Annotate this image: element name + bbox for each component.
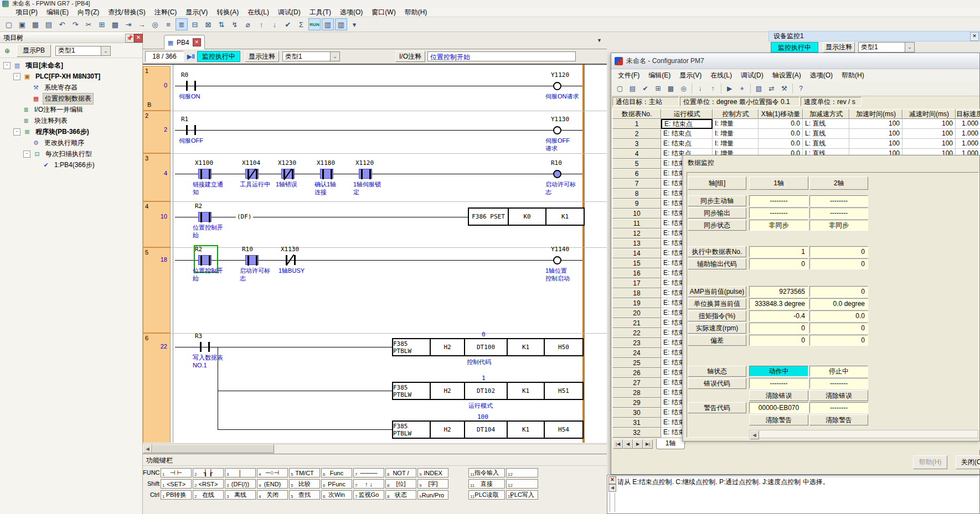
table-cell[interactable]: L: 直线 [803, 119, 849, 129]
function-key[interactable]: 查找5 [289, 490, 320, 500]
table-row-number[interactable]: 14 [612, 248, 661, 258]
status-monitor-icon[interactable]: ▥ [322, 18, 334, 30]
table-cell[interactable]: 100 [902, 119, 956, 129]
menu-item-W[interactable]: 窗口(W) [367, 7, 400, 18]
axis-nav-button[interactable]: |◀ [613, 439, 623, 449]
run-mode-icon[interactable]: RUN [308, 18, 321, 30]
table-row-number[interactable]: 28 [612, 388, 661, 398]
ladder-diagram[interactable]: 10BR0伺服ONY1120伺服ON请求22R1伺服OFFY1130伺服OFF … [143, 64, 607, 443]
axis-tab[interactable]: 1轴 [656, 439, 685, 449]
expand-collapse-icon[interactable]: - [3, 62, 11, 69]
ladder-hscrollbar[interactable]: ◀ [143, 444, 607, 453]
save-icon[interactable]: ▦ [29, 18, 42, 30]
expand-collapse-icon[interactable]: - [13, 128, 20, 136]
find-icon[interactable]: ◎ [149, 18, 161, 30]
cfg-download-icon[interactable]: ↓ [694, 83, 706, 95]
tree-item-label[interactable]: I/O注释一并编辑 [33, 105, 85, 115]
tree-item-label[interactable]: 位置控制数据表 [43, 93, 94, 105]
cut-icon[interactable]: ✂ [82, 18, 95, 30]
menu-item-V[interactable]: 显示(V) [181, 7, 212, 18]
menu-item-S[interactable]: 查找/替换(S) [104, 7, 149, 18]
table-cell[interactable]: I: 增量 [713, 139, 759, 149]
cfg-help-icon[interactable]: ? [795, 83, 807, 95]
function-key[interactable]: <RST>2 [193, 479, 224, 489]
menu-item-D[interactable]: 调试(D) [274, 7, 305, 18]
function-key[interactable]: ┧ ┟2 [193, 468, 224, 477]
function-key[interactable]: 状态8 [385, 490, 416, 500]
cfg-menu-item[interactable]: 帮助(H) [837, 70, 869, 81]
instruction-box[interactable]: F385 PTBLWH2DT100K1H50 [392, 338, 584, 356]
table-cell[interactable]: 100 [849, 119, 902, 129]
table-cell[interactable]: 100 [849, 139, 902, 149]
table-cell[interactable]: I: 增量 [713, 119, 759, 129]
contact-R2[interactable] [198, 255, 212, 265]
function-key[interactable]: 关闭4 [257, 490, 288, 500]
open-icon[interactable]: ▣ [16, 18, 28, 30]
table-row-number[interactable]: 20 [612, 308, 661, 318]
table-row-number[interactable]: 27 [612, 378, 661, 388]
contact-X1230[interactable] [281, 169, 295, 179]
message-prev-icon[interactable]: ◀ [608, 484, 616, 492]
function-key[interactable]: ↑ ↓7 [353, 479, 384, 489]
table-cell[interactable]: 0.0 [759, 129, 803, 139]
function-key[interactable]: 在线2 [193, 490, 224, 500]
cfg-menu-item[interactable]: 显示(V) [675, 70, 706, 81]
cfg-upload-icon[interactable]: ↑ [707, 83, 719, 95]
function-key[interactable]: [字]9 [417, 479, 448, 489]
monitor-run-pause-icon[interactable]: ▶‖ [186, 51, 196, 61]
table-cell[interactable]: I: 增量 [713, 129, 759, 139]
menu-item-Z[interactable]: 向导(Z) [73, 7, 104, 18]
function-key[interactable]: PLC读取11 [468, 490, 505, 500]
function-key[interactable]: │3 [225, 468, 256, 477]
function-key[interactable]: ⊣ ⊢1 [161, 468, 192, 477]
table-cell[interactable]: 1.000 [956, 129, 980, 139]
menu-item-C[interactable]: 注释(C) [150, 7, 182, 18]
cfg-position-icon[interactable]: ⌖ [736, 83, 748, 95]
tabbar-dropdown-icon[interactable]: ▼ [597, 38, 602, 43]
function-key[interactable]: PFunc6 [321, 479, 352, 489]
tree-item[interactable]: -⊡每次扫描执行型 [0, 148, 142, 159]
function-key[interactable]: [位]8 [385, 479, 416, 489]
tree-close-icon[interactable]: ✕ [134, 34, 143, 43]
menu-item-H[interactable]: 帮助(H) [400, 7, 432, 18]
upload-icon[interactable]: ↑ [255, 18, 267, 30]
cfg-data-edit-icon[interactable]: ▧ [753, 83, 765, 95]
offline-icon[interactable]: ⌀ [242, 18, 254, 30]
function-key[interactable]: 12 [506, 468, 538, 477]
table-cell[interactable]: 100 [902, 129, 956, 139]
tree-item-label[interactable]: 项目[未命名] [24, 60, 65, 71]
menu-item-O[interactable]: 选项(O) [336, 7, 367, 18]
function-key[interactable]: (END)4 [257, 479, 288, 489]
function-key[interactable]: 离线3 [225, 490, 256, 500]
function-key[interactable]: INDEX9 [417, 468, 448, 477]
cfg-tool-icon[interactable]: ⚒ [778, 83, 790, 95]
tab-pb4[interactable]: ▦ PB4 ✕ [164, 35, 205, 49]
pin-icon[interactable]: 📌 [125, 34, 134, 43]
table-cell[interactable]: 1.000 [956, 139, 980, 149]
chevron-down-icon[interactable]: ⌄ [905, 43, 914, 52]
df-instruction[interactable]: (DF) [236, 213, 253, 220]
cfg-monitor-icon[interactable]: ▶ [724, 83, 735, 95]
table-cell[interactable]: 1.000 [956, 119, 980, 129]
coil-R10[interactable] [553, 170, 561, 178]
expand-collapse-icon[interactable]: - [23, 150, 30, 158]
table-row-number[interactable]: 1 [612, 119, 661, 129]
axis-nav-button[interactable]: ▶ [633, 439, 643, 449]
function-key[interactable]: TM/CT5 [289, 468, 320, 477]
menu-item-T[interactable]: 工具(T) [305, 7, 336, 18]
table-row-number[interactable]: 23 [612, 338, 661, 348]
chevron-down-icon[interactable]: ⌄ [330, 52, 339, 61]
table-cell[interactable]: L: 直线 [803, 129, 849, 139]
tree-item[interactable]: -⊞程序块(PB-366步) [0, 126, 142, 137]
cfg-copy-icon[interactable]: ⊞ [652, 83, 664, 95]
table-row-number[interactable]: 8 [612, 189, 661, 199]
device-show-comment-button[interactable]: 显示注释 [823, 42, 855, 53]
tree-item-label[interactable]: 更改执行顺序 [43, 138, 86, 148]
table-row-number[interactable]: 18 [612, 288, 661, 298]
contact-R1[interactable] [184, 125, 198, 135]
cfg-new-icon[interactable]: ▢ [614, 83, 626, 95]
function-key[interactable]: Run/Pro9 [417, 490, 448, 500]
table-row-number[interactable]: 11 [612, 219, 661, 229]
function-key[interactable]: 直接11 [468, 479, 505, 489]
tree-item[interactable]: ≣I/O注释一并编辑 [0, 104, 142, 115]
